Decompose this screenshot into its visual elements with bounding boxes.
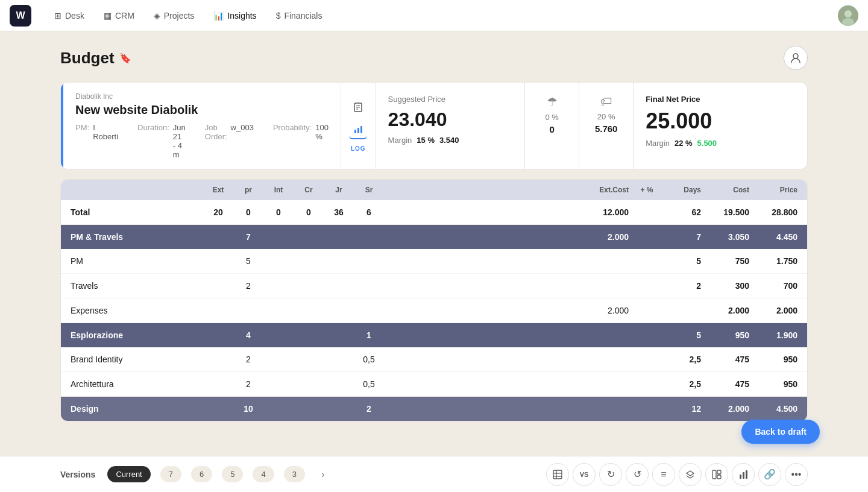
toolbar-more-button[interactable]: ••• [785,463,808,486]
version-7[interactable]: 7 [160,466,181,482]
toolbar-undo-button[interactable]: ↺ [626,463,649,486]
nav-insights-label: Insights [227,11,256,20]
project-company: Diabolik Inc [75,92,329,101]
insights-icon: 📊 [213,11,224,20]
suggested-price-title: Suggested Price [388,95,513,104]
bookmark-icon[interactable]: 🔖 [119,52,131,64]
financials-icon: $ [276,11,281,20]
version-4[interactable]: 4 [253,466,274,482]
probability-meta: Probability: 100 % [273,123,329,159]
doc-icon-button[interactable] [349,98,367,116]
nav-desk-label: Desk [65,11,84,20]
discount-panel-2: 🏷 20 % 5.760 [579,83,633,169]
desk-icon: ⊞ [54,11,61,20]
toolbar-table-button[interactable] [546,463,569,486]
row-pm: PM 5 5 750 1.750 [61,249,807,274]
pm-meta: PM: I Roberti [75,123,118,159]
svg-rect-15 [712,470,716,479]
back-to-draft-button[interactable]: Back to draft [741,420,820,444]
final-price-panel: Final Net Price 25.000 Margin 22 % 5.500 [633,83,807,169]
project-info: Diabolik Inc New website Diabolik PM: I … [63,83,341,169]
svg-rect-11 [553,470,562,479]
job-meta: Job Order: w_003 [205,123,254,159]
crm-icon: ▦ [104,11,112,20]
toolbar-refresh-button[interactable]: ↻ [599,463,622,486]
nav-financials-label: Financials [284,11,322,20]
svg-point-3 [793,54,798,58]
svg-rect-9 [357,128,359,133]
row-brand-identity: Brand Identity 2 0,5 2,5 475 950 [61,347,807,372]
disc2-pct: 20 % [587,112,626,121]
suggested-price-value: 23.040 [388,109,513,131]
disc2-val: 5.760 [587,124,626,134]
version-5[interactable]: 5 [222,466,243,482]
toolbar-link-button[interactable]: 🔗 [758,463,781,486]
project-name: New website Diabolik [75,103,329,117]
nav-desk[interactable]: ⊞ Desk [46,7,93,24]
svg-rect-20 [746,470,747,479]
row-expenses: Expenses 2.000 2.000 2.000 [61,298,807,323]
nav-projects[interactable]: ◈ Projects [145,7,203,24]
avatar[interactable] [838,5,858,26]
versions-label: Versions [60,470,95,479]
logo[interactable]: W [10,5,31,27]
disc1-val: 0 [532,124,571,134]
suggested-price-panel: Suggested Price 23.040 Margin 15 % 3.540 [376,83,525,169]
projects-icon: ◈ [154,11,160,20]
svg-point-1 [844,10,852,17]
total-row: Total 20 0 0 0 36 6 12.000 62 19.500 28.… [61,200,807,225]
group-esplorazione[interactable]: Esplorazione 4 1 5 950 1.900 [61,323,807,347]
suggested-margin: Margin 15 % 3.540 [388,136,513,145]
chart-icon-button[interactable] [349,121,367,139]
page-content: Budget 🔖 Diabolik Inc New website Diabol… [0,31,868,470]
toolbar-layers-button[interactable] [679,463,702,486]
bottom-bar: Versions Current 7 6 5 4 3 › VS ↻ ↺ ≡ [0,456,868,492]
toolbar-filter-button[interactable]: ≡ [652,463,675,486]
nav-crm[interactable]: ▦ CRM [95,7,143,24]
version-3[interactable]: 3 [284,466,305,482]
toolbar-barchart-button[interactable] [732,463,755,486]
duration-meta: Duration: Jun 21 - 4 m [137,123,186,159]
discount-panel-1: ☂ 0 % 0 [524,83,579,169]
person-icon-button[interactable] [784,46,808,70]
group-pm-travels[interactable]: PM & Travels 7 2.000 7 3.050 4.450 [61,225,807,249]
umbrella-icon: ☂ [532,95,571,109]
final-price-value: 25.000 [646,109,795,134]
project-card-icons: LOG [341,83,376,169]
log-button[interactable]: LOG [348,144,368,153]
nav-insights[interactable]: 📊 Insights [205,7,265,24]
version-current[interactable]: Current [107,466,150,482]
svg-rect-18 [740,475,741,479]
row-travels: Travels 2 2 300 700 [61,274,807,298]
svg-rect-10 [360,126,362,133]
svg-rect-16 [717,470,721,474]
final-margin: Margin 22 % 5.500 [646,139,795,148]
svg-rect-8 [354,130,356,133]
nav-projects-label: Projects [164,11,195,20]
row-architettura: Architettura 2 0,5 2,5 475 950 [61,372,807,397]
svg-rect-19 [743,472,744,479]
versions-chevron[interactable]: › [315,466,332,483]
disc1-pct: 0 % [532,113,571,122]
project-meta: PM: I Roberti Duration: Jun 21 - 4 m Job… [75,123,329,159]
table-header: Ext pr Int Cr Jr Sr Ext.Cost + % Days Co… [61,180,807,200]
tag-icon: 🏷 [587,95,626,109]
toolbar-icons: VS ↻ ↺ ≡ 🔗 ••• [546,463,808,486]
svg-rect-17 [717,475,721,479]
page-title: Budget 🔖 [60,49,131,68]
page-header: Budget 🔖 [60,46,808,70]
budget-table: Ext pr Int Cr Jr Sr Ext.Cost + % Days Co… [60,179,808,421]
version-6[interactable]: 6 [191,466,212,482]
nav-financials[interactable]: $ Financials [268,7,331,24]
nav-crm-label: CRM [115,11,134,20]
toolbar-layout-button[interactable] [705,463,728,486]
group-design[interactable]: Design 10 2 12 2.000 4.500 [61,397,807,421]
nav-items: ⊞ Desk ▦ CRM ◈ Projects 📊 Insights $ Fin… [46,7,838,24]
final-price-title: Final Net Price [646,95,795,104]
toolbar-vs-button[interactable]: VS [573,463,596,486]
top-navigation: W ⊞ Desk ▦ CRM ◈ Projects 📊 Insights $ F… [0,0,868,31]
